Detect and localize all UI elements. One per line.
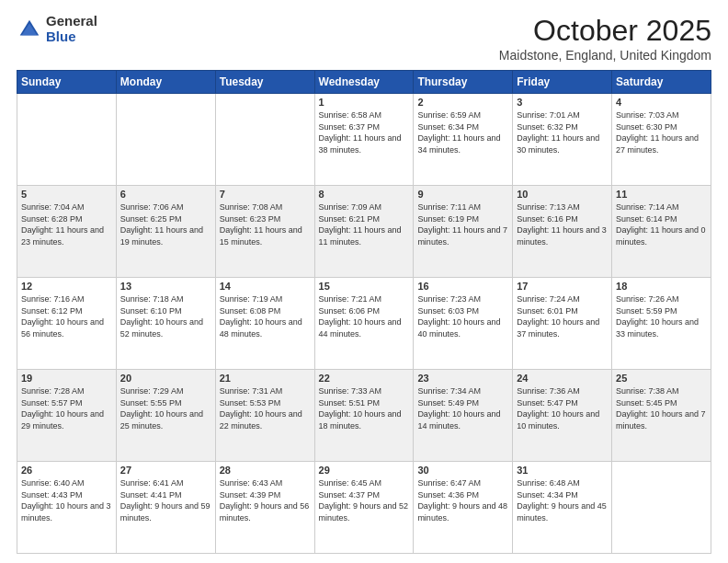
day-info: Sunrise: 6:43 AM Sunset: 4:39 PM Dayligh… [220,477,311,523]
day-number: 3 [517,97,608,108]
day-info: Sunrise: 7:31 AM Sunset: 5:53 PM Dayligh… [220,385,311,431]
calendar-cell: 28Sunrise: 6:43 AM Sunset: 4:39 PM Dayli… [215,462,314,554]
day-info: Sunrise: 7:33 AM Sunset: 5:51 PM Dayligh… [319,385,410,431]
day-info: Sunrise: 7:01 AM Sunset: 6:32 PM Dayligh… [517,109,608,155]
day-info: Sunrise: 6:59 AM Sunset: 6:34 PM Dayligh… [417,109,508,155]
calendar-cell: 21Sunrise: 7:31 AM Sunset: 5:53 PM Dayli… [215,370,314,462]
day-number: 11 [616,189,707,200]
day-number: 27 [120,465,211,476]
day-info: Sunrise: 7:36 AM Sunset: 5:47 PM Dayligh… [517,385,608,431]
day-number: 18 [616,281,707,292]
day-number: 25 [616,373,707,384]
calendar-cell: 22Sunrise: 7:33 AM Sunset: 5:51 PM Dayli… [314,370,414,462]
day-number: 20 [120,373,211,384]
day-number: 4 [616,97,707,108]
calendar-cell: 30Sunrise: 6:47 AM Sunset: 4:36 PM Dayli… [414,462,513,554]
day-number: 21 [220,373,311,384]
title-area: October 2025 Maidstone, England, United … [499,14,711,63]
logo-text: General Blue [46,14,97,44]
main-title: October 2025 [499,14,711,48]
day-info: Sunrise: 7:04 AM Sunset: 6:28 PM Dayligh… [21,201,112,247]
calendar-cell [116,94,215,186]
calendar-cell: 9Sunrise: 7:11 AM Sunset: 6:19 PM Daylig… [414,186,513,278]
calendar-cell: 29Sunrise: 6:45 AM Sunset: 4:37 PM Dayli… [314,462,414,554]
calendar-cell: 20Sunrise: 7:29 AM Sunset: 5:55 PM Dayli… [116,370,215,462]
day-info: Sunrise: 6:48 AM Sunset: 4:34 PM Dayligh… [517,477,608,523]
day-number: 9 [417,189,508,200]
calendar-cell: 15Sunrise: 7:21 AM Sunset: 6:06 PM Dayli… [314,278,414,370]
day-number: 7 [220,189,311,200]
day-info: Sunrise: 7:24 AM Sunset: 6:01 PM Dayligh… [517,293,608,339]
calendar-cell: 18Sunrise: 7:26 AM Sunset: 5:59 PM Dayli… [612,278,711,370]
day-info: Sunrise: 7:03 AM Sunset: 6:30 PM Dayligh… [616,109,707,155]
logo-blue: Blue [46,29,97,45]
day-info: Sunrise: 7:13 AM Sunset: 6:16 PM Dayligh… [517,201,608,247]
day-info: Sunrise: 6:45 AM Sunset: 4:37 PM Dayligh… [319,477,410,523]
header: General Blue October 2025 Maidstone, Eng… [17,14,711,63]
day-info: Sunrise: 7:19 AM Sunset: 6:08 PM Dayligh… [220,293,311,339]
calendar-cell: 8Sunrise: 7:09 AM Sunset: 6:21 PM Daylig… [314,186,414,278]
weekday-header-row: SundayMondayTuesdayWednesdayThursdayFrid… [17,71,711,94]
day-number: 29 [319,465,410,476]
day-number: 23 [417,373,508,384]
calendar-cell: 1Sunrise: 6:58 AM Sunset: 6:37 PM Daylig… [314,94,414,186]
day-info: Sunrise: 7:11 AM Sunset: 6:19 PM Dayligh… [417,201,508,247]
day-number: 12 [21,281,112,292]
weekday-header-sunday: Sunday [17,71,117,94]
calendar-cell: 11Sunrise: 7:14 AM Sunset: 6:14 PM Dayli… [612,186,711,278]
weekday-header-friday: Friday [513,71,612,94]
day-info: Sunrise: 7:08 AM Sunset: 6:23 PM Dayligh… [220,201,311,247]
day-number: 5 [21,189,112,200]
calendar-cell [215,94,314,186]
calendar-cell: 13Sunrise: 7:18 AM Sunset: 6:10 PM Dayli… [116,278,215,370]
weekday-header-wednesday: Wednesday [314,71,414,94]
day-number: 8 [319,189,410,200]
day-number: 10 [517,189,608,200]
calendar-cell: 26Sunrise: 6:40 AM Sunset: 4:43 PM Dayli… [17,462,117,554]
calendar-week-2: 12Sunrise: 7:16 AM Sunset: 6:12 PM Dayli… [17,278,711,370]
calendar-cell: 19Sunrise: 7:28 AM Sunset: 5:57 PM Dayli… [17,370,117,462]
day-info: Sunrise: 7:28 AM Sunset: 5:57 PM Dayligh… [21,385,112,431]
day-number: 14 [220,281,311,292]
day-info: Sunrise: 7:29 AM Sunset: 5:55 PM Dayligh… [120,385,211,431]
day-number: 19 [21,373,112,384]
day-info: Sunrise: 6:40 AM Sunset: 4:43 PM Dayligh… [21,477,112,523]
calendar-cell: 31Sunrise: 6:48 AM Sunset: 4:34 PM Dayli… [513,462,612,554]
calendar-cell: 4Sunrise: 7:03 AM Sunset: 6:30 PM Daylig… [612,94,711,186]
logo-general: General [46,14,97,29]
weekday-header-thursday: Thursday [414,71,513,94]
day-number: 16 [417,281,508,292]
day-info: Sunrise: 7:34 AM Sunset: 5:49 PM Dayligh… [417,385,508,431]
day-info: Sunrise: 6:41 AM Sunset: 4:41 PM Dayligh… [120,477,211,523]
calendar-cell [17,94,117,186]
day-info: Sunrise: 6:58 AM Sunset: 6:37 PM Dayligh… [319,109,410,155]
calendar-cell: 16Sunrise: 7:23 AM Sunset: 6:03 PM Dayli… [414,278,513,370]
day-number: 22 [319,373,410,384]
subtitle: Maidstone, England, United Kingdom [499,48,711,63]
day-number: 28 [220,465,311,476]
day-info: Sunrise: 7:26 AM Sunset: 5:59 PM Dayligh… [616,293,707,339]
day-number: 6 [120,189,211,200]
calendar-cell: 7Sunrise: 7:08 AM Sunset: 6:23 PM Daylig… [215,186,314,278]
calendar-cell: 12Sunrise: 7:16 AM Sunset: 6:12 PM Dayli… [17,278,117,370]
page: General Blue October 2025 Maidstone, Eng… [0,0,728,563]
day-info: Sunrise: 7:23 AM Sunset: 6:03 PM Dayligh… [417,293,508,339]
logo: General Blue [17,14,97,44]
day-number: 24 [517,373,608,384]
day-number: 13 [120,281,211,292]
calendar-cell: 5Sunrise: 7:04 AM Sunset: 6:28 PM Daylig… [17,186,117,278]
day-number: 26 [21,465,112,476]
logo-icon [17,17,42,42]
day-info: Sunrise: 6:47 AM Sunset: 4:36 PM Dayligh… [417,477,508,523]
calendar-cell: 10Sunrise: 7:13 AM Sunset: 6:16 PM Dayli… [513,186,612,278]
day-number: 2 [417,97,508,108]
calendar-week-4: 26Sunrise: 6:40 AM Sunset: 4:43 PM Dayli… [17,462,711,554]
calendar-cell: 2Sunrise: 6:59 AM Sunset: 6:34 PM Daylig… [414,94,513,186]
weekday-header-saturday: Saturday [612,71,711,94]
calendar-cell: 17Sunrise: 7:24 AM Sunset: 6:01 PM Dayli… [513,278,612,370]
day-number: 31 [517,465,608,476]
day-number: 17 [517,281,608,292]
weekday-header-monday: Monday [116,71,215,94]
day-number: 30 [417,465,508,476]
calendar-cell: 23Sunrise: 7:34 AM Sunset: 5:49 PM Dayli… [414,370,513,462]
